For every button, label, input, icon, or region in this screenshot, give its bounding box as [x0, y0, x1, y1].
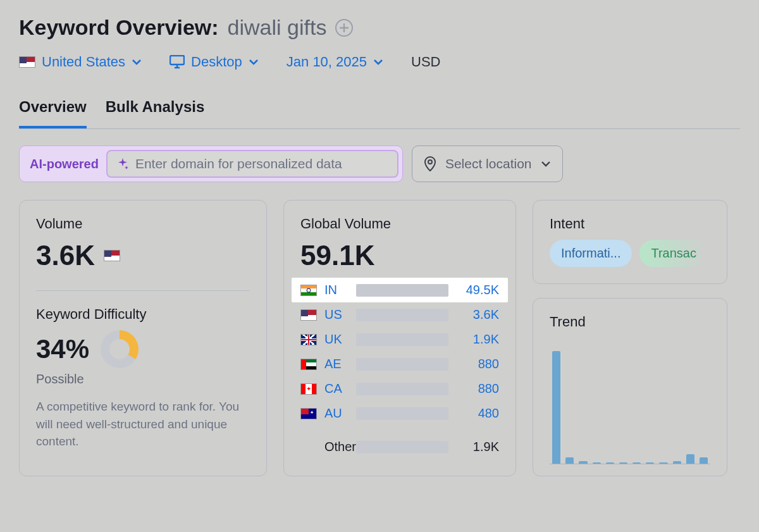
- kd-description: A competitive keyword to rank for. You w…: [36, 398, 250, 450]
- kd-value-row: 34%: [36, 330, 250, 368]
- domain-input[interactable]: [135, 156, 388, 171]
- add-keyword-button[interactable]: [335, 19, 353, 37]
- intent-chips: Informati... Transac: [550, 240, 710, 267]
- trend-chart: [550, 338, 710, 464]
- volume-bar: [356, 383, 448, 395]
- trend-bar: [619, 462, 627, 464]
- country-row[interactable]: AU480: [300, 401, 499, 426]
- country-row[interactable]: IN49.5K: [292, 278, 508, 302]
- trend-card: Trend: [533, 298, 727, 476]
- kd-title: Keyword Difficulty: [36, 306, 250, 323]
- us-flag-icon: [300, 309, 317, 321]
- country-value: 880: [455, 357, 499, 371]
- volume-bar: [356, 284, 448, 297]
- country-filter[interactable]: United States: [19, 54, 142, 70]
- svg-point-1: [428, 160, 432, 164]
- blank-flag-icon: [300, 442, 317, 453]
- svg-rect-0: [170, 56, 184, 65]
- desktop-icon: [170, 55, 185, 69]
- volume-title: Volume: [36, 216, 250, 232]
- global-volume-value: 59.1K: [300, 240, 499, 271]
- trend-bar: [579, 461, 587, 464]
- trend-bar: [593, 462, 601, 464]
- volume-bar: [356, 309, 448, 321]
- trend-bar: [659, 462, 667, 464]
- chevron-down-icon: [541, 159, 551, 169]
- country-code: Other: [324, 440, 350, 454]
- trend-bar: [565, 457, 574, 464]
- chevron-down-icon: [249, 57, 259, 67]
- select-location-button[interactable]: Select location: [412, 145, 563, 182]
- country-row: Other1.9K: [300, 435, 499, 459]
- volume-bar: [356, 441, 448, 454]
- country-code: IN: [324, 283, 350, 297]
- country-row[interactable]: AE880: [300, 352, 499, 376]
- divider: [36, 290, 250, 291]
- global-volume-card: Global Volume 59.1K IN49.5KUS3.6KUK1.9KA…: [283, 200, 516, 476]
- us-flag-icon: [104, 250, 120, 261]
- intent-chip-transactional[interactable]: Transac: [639, 240, 708, 267]
- country-code: UK: [324, 332, 350, 347]
- device-filter-label: Desktop: [191, 54, 242, 70]
- country-list: IN49.5KUS3.6KUK1.9KAE880✦CA880AU480Other…: [300, 278, 499, 459]
- device-filter[interactable]: Desktop: [170, 54, 259, 70]
- country-row[interactable]: UK1.9K: [300, 327, 499, 352]
- page-title-keyword: diwali gifts: [228, 15, 327, 40]
- country-code: AU: [324, 406, 350, 421]
- country-value: 1.9K: [455, 440, 499, 454]
- uk-flag-icon: [300, 334, 317, 345]
- tab-bulk-analysis[interactable]: Bulk Analysis: [106, 98, 205, 128]
- cards-row: Volume 3.6K Keyword Difficulty 34% Possi…: [19, 200, 740, 476]
- trend-bar: [700, 457, 708, 464]
- ae-flag-icon: [300, 359, 317, 370]
- tab-bar: Overview Bulk Analysis: [19, 98, 740, 129]
- volume-value-row: 3.6K: [36, 240, 250, 271]
- ca-flag-icon: ✦: [300, 383, 317, 395]
- date-filter-label: Jan 10, 2025: [287, 54, 367, 70]
- select-location-label: Select location: [445, 156, 532, 171]
- trend-bar: [673, 461, 681, 464]
- kd-level: Possible: [36, 372, 250, 387]
- trend-bar: [686, 454, 694, 464]
- filter-bar: United States Desktop Jan 10, 2025 USD: [19, 54, 740, 70]
- us-flag-icon: [19, 56, 35, 68]
- chevron-down-icon: [132, 57, 142, 67]
- volume-bar: [356, 407, 448, 420]
- country-code: CA: [324, 381, 350, 396]
- ai-powered-box: AI-powered: [19, 145, 403, 182]
- volume-bar: [356, 333, 448, 346]
- volume-bar: [356, 358, 448, 371]
- country-value: 49.5K: [455, 283, 499, 297]
- tab-overview[interactable]: Overview: [19, 98, 87, 128]
- country-row[interactable]: US3.6K: [300, 302, 499, 327]
- trend-bar: [632, 462, 641, 464]
- in-flag-icon: [300, 285, 317, 296]
- page-title-row: Keyword Overview: diwali gifts: [19, 15, 740, 40]
- controls-row: AI-powered Select location: [19, 145, 740, 182]
- kd-value: 34%: [36, 334, 89, 364]
- trend-bar: [646, 462, 654, 464]
- intent-title: Intent: [550, 216, 710, 232]
- country-code: AE: [324, 357, 350, 371]
- global-volume-title: Global Volume: [300, 216, 499, 232]
- domain-input-wrap[interactable]: [106, 150, 398, 178]
- chevron-down-icon: [373, 57, 383, 67]
- ai-powered-label: AI-powered: [30, 157, 99, 171]
- country-value: 1.9K: [455, 332, 499, 347]
- page-title-label: Keyword Overview:: [19, 15, 219, 40]
- kd-donut-icon: [101, 330, 139, 368]
- country-row[interactable]: ✦CA880: [300, 376, 499, 401]
- country-value: 3.6K: [455, 307, 499, 322]
- plus-icon: [340, 23, 349, 32]
- currency-label: USD: [411, 54, 440, 70]
- trend-bar: [552, 351, 560, 464]
- country-filter-label: United States: [42, 54, 125, 70]
- volume-card: Volume 3.6K Keyword Difficulty 34% Possi…: [19, 200, 267, 476]
- au-flag-icon: [300, 408, 317, 419]
- date-filter[interactable]: Jan 10, 2025: [287, 54, 383, 70]
- intent-card: Intent Informati... Transac: [533, 200, 727, 284]
- volume-value: 3.6K: [36, 240, 95, 271]
- intent-chip-informational[interactable]: Informati...: [550, 240, 632, 267]
- trend-title: Trend: [550, 314, 710, 330]
- trend-bar: [606, 462, 614, 464]
